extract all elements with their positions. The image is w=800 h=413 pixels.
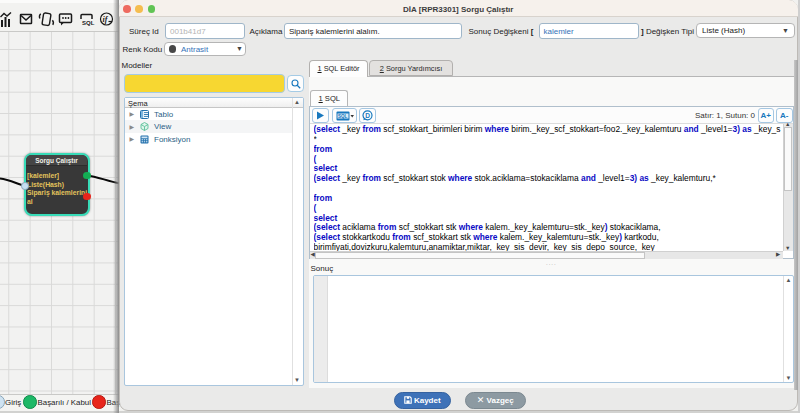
- svg-text:SQL: SQL: [82, 20, 95, 26]
- svg-text:if: if: [103, 15, 109, 24]
- svg-text:D: D: [365, 112, 370, 119]
- svg-text:SQL: SQL: [338, 114, 348, 119]
